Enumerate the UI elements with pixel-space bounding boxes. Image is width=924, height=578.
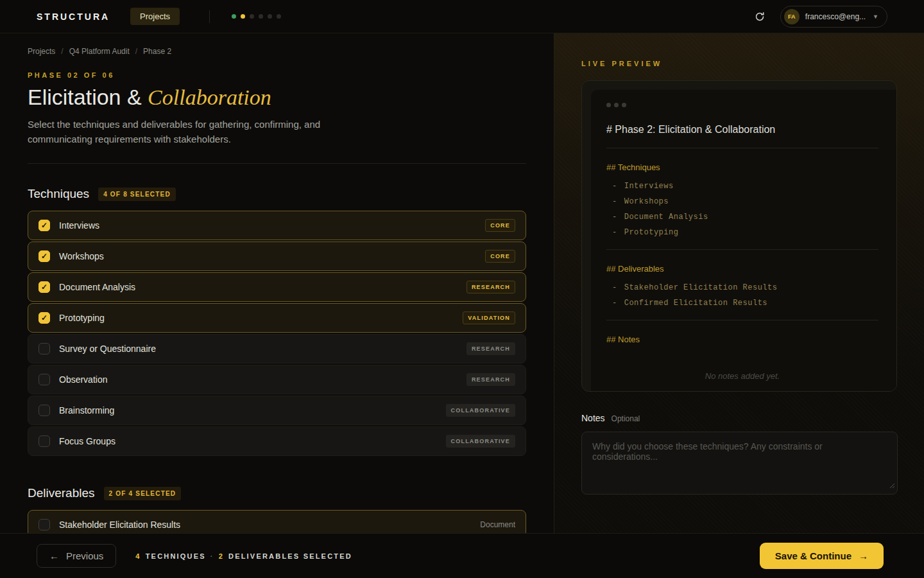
preview-list-item: Interviews [612, 182, 878, 191]
checkbox[interactable]: ✓ [38, 250, 50, 262]
deliverable-row[interactable]: ✓ Stakeholder Elicitation Results Docume… [28, 510, 526, 533]
preview-empty-state: No notes added yet. [606, 371, 878, 381]
techniques-heading: Techniques [28, 187, 89, 201]
technique-tag: COLLABORATIVE [446, 404, 515, 417]
phase-eyebrow: PHASE 02 OF 06 [28, 71, 526, 79]
technique-row[interactable]: ✓ Brainstorming COLLABORATIVE [28, 396, 526, 425]
previous-button[interactable]: ← Previous [37, 544, 116, 568]
notes-textarea[interactable] [581, 432, 898, 495]
checkbox[interactable]: ✓ [38, 343, 50, 355]
preview-list-item: Confirmed Elicitation Results [612, 299, 878, 308]
avatar: FA [784, 9, 800, 24]
preview-doc-title: # Phase 2: Elicitation & Collaboration [606, 124, 878, 136]
technique-label: Brainstorming [59, 405, 114, 416]
top-nav: STRUCTURA Projects FA francesco@eng... ▼ [0, 0, 924, 33]
arrow-left-icon: ← [49, 551, 59, 561]
preview-list-item: Workshops [612, 197, 878, 206]
breadcrumb-item[interactable]: Q4 Platform Audit [69, 47, 130, 56]
progress-dots [232, 14, 281, 19]
progress-dot-pending [250, 14, 254, 19]
brand-logo: STRUCTURA [37, 12, 110, 22]
preview-section-heading: ## Deliverables [606, 264, 878, 274]
technique-label: Workshops [59, 251, 104, 261]
window-dots-icon [606, 103, 878, 107]
technique-label: Observation [59, 374, 107, 385]
checkbox[interactable]: ✓ [38, 312, 50, 324]
footer-bar: ← Previous 4 TECHNIQUES · 2 DELIVERABLES… [0, 533, 924, 578]
page-title: Elicitation & Collaboration [28, 85, 526, 110]
preview-panel: LIVE PREVIEW # Phase 2: Elicitation & Co… [554, 33, 924, 533]
check-icon: ✓ [41, 283, 47, 291]
deliverables-list: ✓ Stakeholder Elicitation Results Docume… [28, 510, 526, 533]
technique-row[interactable]: ✓ Focus Groups COLLABORATIVE [28, 426, 526, 456]
form-panel: Projects/Q4 Platform Audit/Phase 2 PHASE… [0, 33, 554, 533]
technique-label: Interviews [59, 220, 99, 231]
deliverables-count-badge: 2 OF 4 SELECTED [104, 487, 182, 500]
preview-list-item: Prototyping [612, 228, 878, 237]
checkbox[interactable]: ✓ [38, 405, 50, 416]
divider [606, 249, 878, 250]
technique-tag: RESEARCH [466, 342, 515, 355]
notes-optional-label: Optional [612, 414, 640, 423]
technique-tag: COLLABORATIVE [446, 435, 515, 448]
technique-tag: CORE [485, 219, 515, 232]
divider [606, 148, 878, 148]
user-menu[interactable]: FA francesco@eng... ▼ [780, 6, 887, 28]
selection-status: 4 TECHNIQUES · 2 DELIVERABLES SELECTED [135, 552, 352, 560]
check-icon: ✓ [41, 314, 47, 322]
deliverable-label: Stakeholder Elicitation Results [59, 520, 180, 530]
breadcrumb-item: Phase 2 [143, 47, 171, 56]
live-preview-label: LIVE PREVIEW [581, 60, 897, 67]
check-icon: ✓ [41, 222, 47, 229]
breadcrumb-item[interactable]: Projects [28, 47, 55, 56]
deliverables-heading: Deliverables [28, 486, 95, 500]
nav-projects-button[interactable]: Projects [130, 8, 180, 25]
progress-dot-complete [232, 14, 236, 19]
progress-dot-current [241, 14, 245, 19]
preview-section-heading: ## Notes [606, 335, 878, 344]
progress-dot-pending [259, 14, 263, 19]
checkbox[interactable]: ✓ [38, 374, 50, 385]
breadcrumb-separator: / [135, 47, 137, 56]
checkbox[interactable]: ✓ [38, 220, 50, 231]
technique-row[interactable]: ✓ Survey or Questionnaire RESEARCH [28, 334, 526, 363]
preview-card: # Phase 2: Elicitation & Collaboration #… [581, 80, 897, 392]
checkbox[interactable]: ✓ [38, 519, 50, 530]
techniques-list: ✓ Interviews CORE ✓ Workshops CORE ✓ Doc… [28, 211, 526, 456]
technique-row[interactable]: ✓ Document Analysis RESEARCH [28, 272, 526, 302]
chevron-down-icon: ▼ [873, 13, 878, 20]
preview-section: ## Techniques InterviewsWorkshopsDocumen… [606, 162, 878, 237]
technique-row[interactable]: ✓ Workshops CORE [28, 241, 526, 271]
technique-tag: VALIDATION [463, 311, 515, 324]
technique-row[interactable]: ✓ Observation RESEARCH [28, 365, 526, 394]
check-icon: ✓ [41, 252, 47, 260]
arrow-right-icon: → [859, 551, 868, 561]
technique-tag: RESEARCH [466, 281, 515, 293]
phase-description: Select the techniques and deliverables f… [28, 117, 361, 146]
save-continue-button[interactable]: Save & Continue → [760, 543, 884, 569]
techniques-count-badge: 4 OF 8 SELECTED [98, 188, 176, 201]
deliverable-type: Document [480, 520, 515, 529]
progress-dot-pending [268, 14, 272, 19]
refresh-icon[interactable] [755, 12, 765, 22]
technique-label: Prototyping [59, 313, 105, 323]
technique-label: Survey or Questionnaire [59, 344, 156, 354]
notes-label: Notes [581, 413, 605, 423]
preview-section-heading: ## Techniques [606, 162, 878, 172]
preview-list-item: Stakeholder Elicitation Results [612, 283, 878, 292]
checkbox[interactable]: ✓ [38, 435, 50, 447]
divider [28, 163, 526, 164]
technique-tag: RESEARCH [466, 373, 515, 386]
page-title-accent: Collaboration [148, 85, 271, 109]
technique-label: Document Analysis [59, 282, 135, 292]
progress-dot-pending [277, 14, 281, 19]
technique-row[interactable]: ✓ Prototyping VALIDATION [28, 303, 526, 333]
breadcrumb: Projects/Q4 Platform Audit/Phase 2 [28, 47, 526, 56]
divider [606, 320, 878, 320]
technique-tag: CORE [485, 250, 515, 263]
technique-row[interactable]: ✓ Interviews CORE [28, 211, 526, 240]
checkbox[interactable]: ✓ [38, 281, 50, 293]
preview-section: ## Deliverables Stakeholder Elicitation … [606, 264, 878, 308]
nav-divider [209, 10, 210, 23]
technique-label: Focus Groups [59, 436, 116, 446]
